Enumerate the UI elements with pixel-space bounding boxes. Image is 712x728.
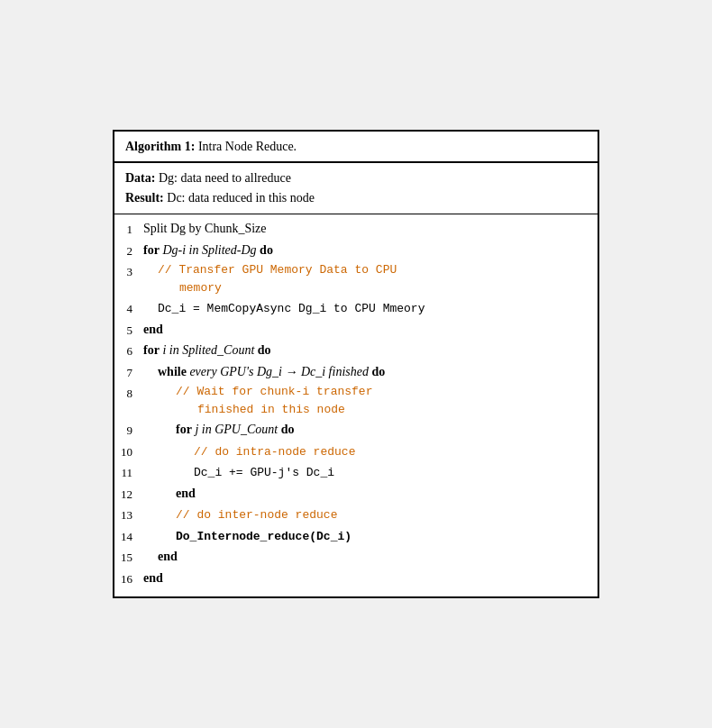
for-var-2: Dg-i in Splited-Dg xyxy=(162,243,260,257)
line-2-content: for Dg-i in Splited-Dg do xyxy=(140,241,598,259)
line-3-content: // Transfer GPU Memory Data to CPU memor… xyxy=(140,261,598,296)
line-8-content: // Wait for chunk-i transfer finished in… xyxy=(140,383,598,418)
algorithm-body: 1 Split Dg by Chunk_Size 2 for Dg-i in S… xyxy=(114,214,598,596)
line-1: 1 Split Dg by Chunk_Size xyxy=(114,218,598,240)
line-num-5: 5 xyxy=(114,320,140,340)
end-keyword-5: end xyxy=(143,323,163,336)
while-cond-7: every GPU's Dg_i → Dc_i finished xyxy=(189,365,371,378)
line-num-11: 11 xyxy=(114,462,140,482)
line-num-1: 1 xyxy=(114,219,140,239)
algorithm-title: Intra Node Reduce. xyxy=(198,140,297,153)
line-14-content: Do_Internode_reduce(Dc_i) xyxy=(140,526,598,546)
code-14: Do_Internode_reduce(Dc_i) xyxy=(176,530,351,543)
line-num-9: 9 xyxy=(114,420,140,440)
comment-10: // do intra-node reduce xyxy=(194,445,355,459)
do-keyword-7: do xyxy=(371,365,385,378)
data-text: Dg: data need to allreduce xyxy=(159,168,291,188)
result-label: Result: xyxy=(125,188,164,208)
for-keyword-2: for xyxy=(143,243,160,257)
line-num-14: 14 xyxy=(114,526,140,546)
result-text: Dc: data reduced in this node xyxy=(167,188,315,208)
for-keyword-6: for xyxy=(143,343,160,357)
line-10: 10 // do intra-node reduce xyxy=(114,441,598,462)
line-num-3: 3 xyxy=(114,261,140,281)
line-16: 16 end xyxy=(114,568,598,594)
line-16-content: end xyxy=(140,569,598,587)
line-2: 2 for Dg-i in Splited-Dg do xyxy=(114,240,598,261)
comment-3: // Transfer GPU Memory Data to CPU memor… xyxy=(158,261,598,296)
line-12: 12 end xyxy=(114,483,598,505)
algorithm-box: Algorithm 1: Intra Node Reduce. Data: Dg… xyxy=(113,130,599,599)
line-15-content: end xyxy=(140,547,598,566)
line-10-content: // do intra-node reduce xyxy=(140,441,598,461)
line-14: 14 Do_Internode_reduce(Dc_i) xyxy=(114,525,598,547)
line-num-13: 13 xyxy=(114,505,140,524)
line-12-content: end xyxy=(140,484,598,503)
end-keyword-16: end xyxy=(143,571,163,585)
line-num-7: 7 xyxy=(114,362,140,382)
line-11: 11 Dc_i += GPU-j's Dc_i xyxy=(114,461,598,483)
line-4: 4 Dc_i = MemCopyAsync Dg_i to CPU Mmeory xyxy=(114,297,598,319)
comment-8: // Wait for chunk-i transfer finished in… xyxy=(176,383,598,418)
line-5: 5 end xyxy=(114,319,598,341)
while-keyword-7: while xyxy=(158,365,187,378)
data-label: Data: xyxy=(125,168,155,188)
line-9: 9 for j in GPU_Count do xyxy=(114,419,598,441)
line-15: 15 end xyxy=(114,546,598,568)
line-num-12: 12 xyxy=(114,484,140,504)
comment-3-line1: // Transfer GPU Memory Data to CPU xyxy=(158,261,598,279)
line-3: 3 // Transfer GPU Memory Data to CPU mem… xyxy=(114,260,598,297)
data-result-section: Data: Dg: data need to allreduce Result:… xyxy=(114,163,598,215)
line-11-content: Dc_i += GPU-j's Dc_i xyxy=(140,462,598,482)
end-keyword-12: end xyxy=(176,487,196,500)
for-var-6: i in Splited_Count xyxy=(162,343,257,357)
line-num-15: 15 xyxy=(114,547,140,567)
line-num-10: 10 xyxy=(114,441,140,461)
line-7: 7 while every GPU's Dg_i → Dc_i finished… xyxy=(114,361,598,383)
for-var-9: j in GPU_Count xyxy=(195,423,280,436)
do-keyword-9: do xyxy=(281,423,295,436)
code-11: Dc_i += GPU-j's Dc_i xyxy=(194,466,334,479)
line-6-content: for i in Splited_Count do xyxy=(140,341,598,359)
line-num-4: 4 xyxy=(114,298,140,318)
do-keyword-6: do xyxy=(258,343,271,357)
line-5-content: end xyxy=(140,320,598,339)
line-1-content: Split Dg by Chunk_Size xyxy=(140,219,598,238)
line-num-8: 8 xyxy=(114,383,140,403)
line-8: 8 // Wait for chunk-i transfer finished … xyxy=(114,382,598,419)
do-keyword-2: do xyxy=(260,243,273,257)
comment-13: // do inter-node reduce xyxy=(176,508,337,522)
comment-8-line1: // Wait for chunk-i transfer xyxy=(176,383,598,401)
end-keyword-15: end xyxy=(158,550,178,563)
line-4-content: Dc_i = MemCopyAsync Dg_i to CPU Mmeory xyxy=(140,298,598,318)
line-6: 6 for i in Splited_Count do xyxy=(114,340,598,361)
for-keyword-9: for xyxy=(176,423,192,436)
line-num-2: 2 xyxy=(114,241,140,260)
code-4: Dc_i = MemCopyAsync Dg_i to CPU Mmeory xyxy=(158,302,424,315)
line-13: 13 // do inter-node reduce xyxy=(114,504,598,525)
line-num-16: 16 xyxy=(114,569,140,588)
line-9-content: for j in GPU_Count do xyxy=(140,420,598,439)
result-line: Result: Dc: data reduced in this node xyxy=(125,188,587,208)
algorithm-header: Algorithm 1: Intra Node Reduce. xyxy=(114,132,598,163)
data-line: Data: Dg: data need to allreduce xyxy=(125,168,587,188)
comment-8-line2: finished in this node xyxy=(176,401,598,419)
line-13-content: // do inter-node reduce xyxy=(140,505,598,524)
line-7-content: while every GPU's Dg_i → Dc_i finished d… xyxy=(140,362,598,381)
comment-3-line2: memory xyxy=(158,279,598,297)
algorithm-label: Algorithm 1: xyxy=(125,140,195,153)
line-num-6: 6 xyxy=(114,341,140,360)
